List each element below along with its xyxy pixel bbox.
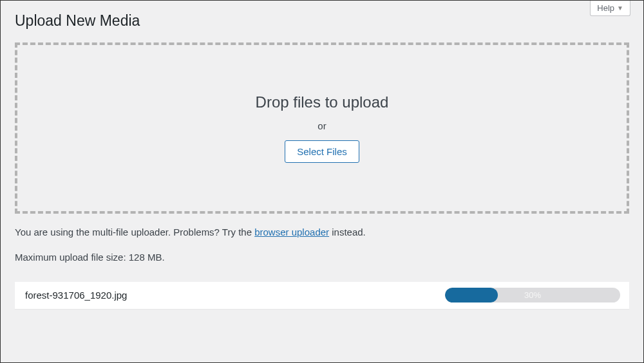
upload-progress-row: forest-931706_1920.jpg 30% [15,282,629,309]
max-upload-size: Maximum upload file size: 128 MB. [1,240,643,263]
info-suffix: instead. [329,227,366,237]
help-label: Help [597,3,614,13]
browser-uploader-link[interactable]: browser uploader [254,227,329,237]
progress-bar: 30% [445,288,620,302]
page-title: Upload New Media [1,1,643,42]
caret-down-icon: ▼ [617,5,623,12]
help-button[interactable]: Help ▼ [590,1,630,16]
progress-percent-label: 30% [445,288,620,302]
uploader-info-text: You are using the multi-file uploader. P… [1,214,643,240]
dropzone-title: Drop files to upload [256,93,389,111]
dropzone-or: or [317,120,326,131]
info-prefix: You are using the multi-file uploader. P… [15,227,254,237]
select-files-button[interactable]: Select Files [285,140,359,163]
upload-filename: forest-931706_1920.jpg [25,290,445,301]
dropzone[interactable]: Drop files to upload or Select Files [15,42,629,214]
